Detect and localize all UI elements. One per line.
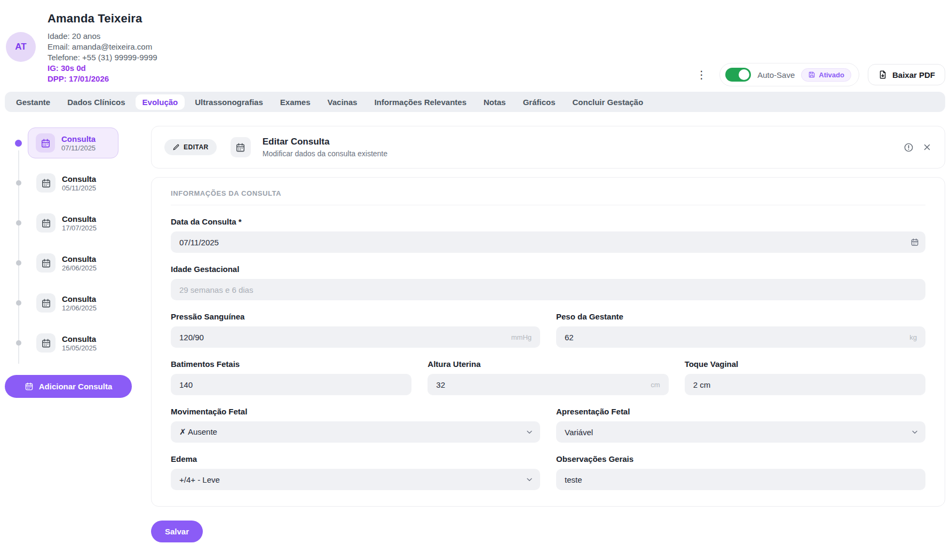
kebab-menu-icon[interactable]: ⋮ xyxy=(692,67,711,82)
tab-graficos[interactable]: Gráficos xyxy=(516,94,563,110)
tab-informacoes-relevantes[interactable]: Informações Relevantes xyxy=(367,94,473,110)
main-tab-bar: Gestante Dados Clínicos Evolução Ultrass… xyxy=(5,92,945,112)
save-button[interactable]: Salvar xyxy=(151,521,203,542)
timeline-dot xyxy=(16,340,21,346)
patient-name: Amanda Teixeira xyxy=(48,12,157,26)
consultation-title: Consulta xyxy=(62,214,97,224)
tab-evolucao[interactable]: Evolução xyxy=(136,94,185,110)
close-icon[interactable] xyxy=(922,142,932,152)
toggle-knob xyxy=(739,69,749,80)
altura-uterina-input[interactable] xyxy=(428,374,668,395)
field-movimentacao-fetal: Movimentação Fetal ✗ Ausente xyxy=(171,407,540,443)
timeline-dot xyxy=(16,220,21,226)
consultation-title: Consulta xyxy=(61,134,96,144)
auto-save-status-badge: Ativado xyxy=(801,68,851,82)
apresentacao-fetal-select[interactable]: Variável xyxy=(556,421,925,443)
tab-gestante[interactable]: Gestante xyxy=(9,94,57,110)
tab-dados-clinicos[interactable]: Dados Clínicos xyxy=(60,94,132,110)
observacoes-gerais-input[interactable] xyxy=(556,469,925,490)
calendar-icon xyxy=(36,253,56,273)
tab-concluir-gestacao[interactable]: Concluir Gestação xyxy=(566,94,651,110)
tab-notas[interactable]: Notas xyxy=(477,94,513,110)
field-observacoes-gerais: Observações Gerais xyxy=(556,454,925,490)
consultation-item-3[interactable]: Consulta 26/06/2025 xyxy=(5,246,141,280)
toque-vaginal-input[interactable] xyxy=(685,374,925,395)
page: AT Amanda Teixeira Idade: 20 anos Email:… xyxy=(0,0,950,560)
consultation-title: Consulta xyxy=(62,254,97,264)
patient-ig: IG: 30s 0d xyxy=(48,63,157,74)
editor-title: Editar Consulta xyxy=(263,137,387,147)
batimentos-fetais-input[interactable] xyxy=(171,374,411,395)
select-value: ✗ Ausente xyxy=(179,427,217,437)
calendar-icon xyxy=(36,333,56,353)
edema-select[interactable]: +/4+ - Leve xyxy=(171,469,540,490)
consultation-date: 05/11/2025 xyxy=(62,184,96,192)
consultation-date: 17/07/2025 xyxy=(62,224,97,232)
consultation-title: Consulta xyxy=(62,294,97,304)
consultation-title: Consulta xyxy=(62,174,96,184)
timeline-dot xyxy=(15,140,22,147)
edit-chip-label: EDITAR xyxy=(184,143,209,151)
consultation-item-1[interactable]: Consulta 05/11/2025 xyxy=(5,166,141,200)
consultation-item-0[interactable]: Consulta 07/11/2025 xyxy=(5,126,141,160)
field-batimentos-fetais: Batimentos Fetais xyxy=(171,359,411,395)
header-actions: ⋮ Auto-Save Ativado Baixar PDF xyxy=(692,63,945,86)
patient-header: AT Amanda Teixeira Idade: 20 anos Email:… xyxy=(5,0,945,92)
consultation-date: 26/06/2025 xyxy=(62,264,97,272)
field-label: Idade Gestacional xyxy=(171,265,925,274)
timeline-dot xyxy=(16,260,21,266)
field-edema: Edema +/4+ - Leve xyxy=(171,454,540,490)
download-pdf-label: Baixar PDF xyxy=(892,70,935,79)
add-consultation-button[interactable]: Adicionar Consulta xyxy=(5,375,132,398)
chevron-down-icon xyxy=(911,428,919,436)
field-peso-gestante: Peso da Gestante kg xyxy=(556,312,925,348)
calendar-icon xyxy=(25,382,34,391)
pressao-sanguinea-input[interactable] xyxy=(171,326,540,348)
field-data-consulta: Data da Consulta * xyxy=(171,217,925,253)
pencil-icon xyxy=(172,143,180,151)
patient-email: Email: amanda@teixeira.com xyxy=(48,42,157,52)
tab-vacinas[interactable]: Vacinas xyxy=(321,94,365,110)
peso-gestante-input[interactable] xyxy=(556,326,925,348)
field-toque-vaginal: Toque Vaginal xyxy=(685,359,925,395)
field-label: Data da Consulta * xyxy=(171,217,925,226)
patient-info: AT Amanda Teixeira Idade: 20 anos Email:… xyxy=(5,12,157,92)
editor-subtitle: Modificar dados da consulta existente xyxy=(263,149,387,158)
idade-gestacional-input[interactable] xyxy=(171,279,925,300)
consultations-sidebar: Consulta 07/11/2025 Consulta 05/11/2025 xyxy=(5,126,141,542)
consultation-item-5[interactable]: Consulta 15/05/2025 xyxy=(5,326,141,360)
consultation-title: Consulta xyxy=(62,334,97,344)
edit-mode-chip[interactable]: EDITAR xyxy=(164,139,217,155)
select-value: +/4+ - Leve xyxy=(179,475,220,484)
auto-save-toggle[interactable] xyxy=(725,68,751,82)
avatar: AT xyxy=(6,32,36,62)
field-apresentacao-fetal: Apresentação Fetal Variável xyxy=(556,407,925,443)
consultation-item-4[interactable]: Consulta 12/06/2025 xyxy=(5,286,141,320)
editor-header-card: EDITAR Editar Consulta Modificar dados d… xyxy=(151,126,945,169)
info-icon[interactable] xyxy=(904,142,914,153)
calendar-icon xyxy=(36,213,56,233)
timeline-dot xyxy=(16,180,21,186)
movimentacao-fetal-select[interactable]: ✗ Ausente xyxy=(171,421,540,443)
calendar-icon xyxy=(36,293,56,313)
tab-ultrassonografias[interactable]: Ultrassonografias xyxy=(188,94,270,110)
field-label: Apresentação Fetal xyxy=(556,407,925,416)
timeline-dot xyxy=(16,300,21,306)
field-idade-gestacional: Idade Gestacional xyxy=(171,265,925,300)
floppy-icon xyxy=(808,71,816,78)
patient-age: Idade: 20 anos xyxy=(48,31,157,42)
consultation-date: 12/06/2025 xyxy=(62,304,97,312)
data-consulta-input[interactable] xyxy=(171,231,925,253)
field-pressao-sanguinea: Pressão Sanguínea mmHg xyxy=(171,312,540,348)
download-pdf-button[interactable]: Baixar PDF xyxy=(868,64,945,85)
field-label: Toque Vaginal xyxy=(685,359,925,369)
field-label: Edema xyxy=(171,454,540,463)
tab-exames[interactable]: Exames xyxy=(273,94,318,110)
field-label: Movimentação Fetal xyxy=(171,407,540,416)
auto-save-control: Auto-Save Ativado xyxy=(719,63,859,86)
consultation-item-2[interactable]: Consulta 17/07/2025 xyxy=(5,206,141,240)
badge-label: Ativado xyxy=(819,71,844,79)
field-label: Pressão Sanguínea xyxy=(171,312,540,321)
chevron-down-icon xyxy=(525,428,534,436)
patient-dpp: DPP: 17/01/2026 xyxy=(48,74,157,84)
